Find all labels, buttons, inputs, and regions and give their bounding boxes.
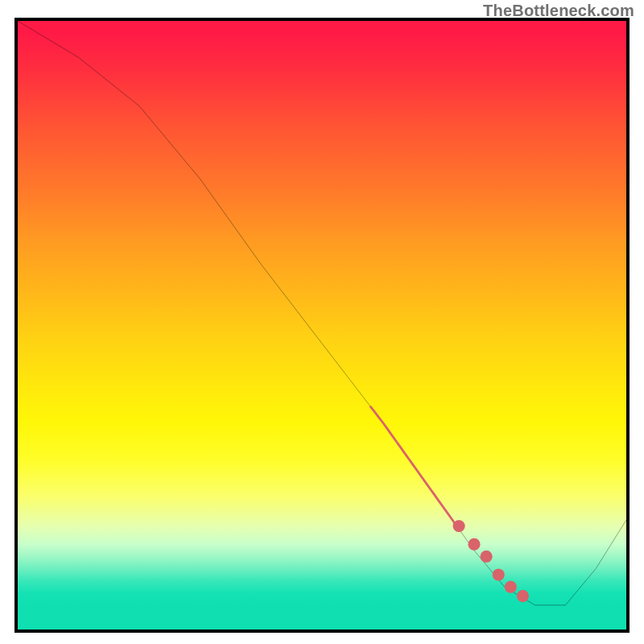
chart-container: TheBottleneck.com	[0, 0, 644, 644]
bottleneck-curve	[18, 21, 626, 605]
chart-svg	[18, 21, 626, 630]
highlight-dots	[453, 520, 530, 602]
highlight-dot	[453, 520, 465, 532]
plot-area	[14, 18, 630, 633]
highlight-dot	[468, 539, 480, 551]
highlight-dot	[505, 581, 517, 593]
curve-group	[18, 21, 626, 605]
highlight-dot	[517, 590, 529, 602]
highlight-dot	[493, 568, 505, 580]
highlight-dot	[481, 551, 493, 563]
highlight-thick	[370, 407, 456, 525]
